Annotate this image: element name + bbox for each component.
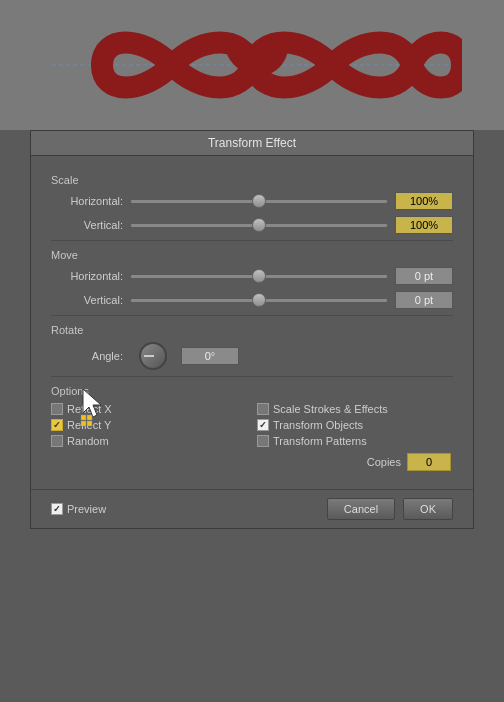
move-v-slider[interactable] <box>131 292 387 308</box>
transform-patterns-checkbox[interactable] <box>257 435 269 447</box>
copies-input[interactable] <box>407 453 451 471</box>
cancel-button[interactable]: Cancel <box>327 498 395 520</box>
preview-area <box>0 0 504 130</box>
reflect-y-row[interactable]: Reflect Y <box>51 419 247 431</box>
ok-button[interactable]: OK <box>403 498 453 520</box>
scale-strokes-checkbox[interactable] <box>257 403 269 415</box>
move-h-slider[interactable] <box>131 268 387 284</box>
copies-row: Copies <box>51 453 453 471</box>
random-label: Random <box>67 435 109 447</box>
transform-patterns-row[interactable]: Transform Patterns <box>257 435 453 447</box>
random-row[interactable]: Random <box>51 435 247 447</box>
button-group: Cancel OK <box>327 498 453 520</box>
divider-1 <box>51 240 453 241</box>
transform-objects-label: Transform Objects <box>273 419 363 431</box>
options-grid: Reflect X Scale Strokes & Effects Reflec… <box>51 403 453 447</box>
divider-3 <box>51 376 453 377</box>
scale-h-input[interactable] <box>395 192 453 210</box>
options-section-label: Options <box>51 385 453 397</box>
preview-label: Preview <box>67 503 106 515</box>
rotate-angle-label: Angle: <box>51 350 131 362</box>
preview-row[interactable]: Preview <box>51 503 106 515</box>
move-vertical-row: Vertical: <box>51 291 453 309</box>
transform-objects-checkbox[interactable] <box>257 419 269 431</box>
scale-h-label: Horizontal: <box>51 195 131 207</box>
reflect-y-checkbox[interactable] <box>51 419 63 431</box>
copies-label: Copies <box>367 456 401 468</box>
scale-strokes-row[interactable]: Scale Strokes & Effects <box>257 403 453 415</box>
reflect-x-label: Reflect X <box>67 403 112 415</box>
move-h-label: Horizontal: <box>51 270 131 282</box>
rotate-dial[interactable] <box>139 342 167 370</box>
rotate-angle-row: Angle: <box>51 342 453 370</box>
transform-effect-dialog: Transform Effect Scale Horizontal: Verti… <box>30 130 474 529</box>
reflect-x-checkbox[interactable] <box>51 403 63 415</box>
preview-checkbox[interactable] <box>51 503 63 515</box>
rotate-angle-input[interactable] <box>181 347 239 365</box>
scale-strokes-label: Scale Strokes & Effects <box>273 403 388 415</box>
move-v-label: Vertical: <box>51 294 131 306</box>
scale-v-label: Vertical: <box>51 219 131 231</box>
transform-objects-row[interactable]: Transform Objects <box>257 419 453 431</box>
move-horizontal-row: Horizontal: <box>51 267 453 285</box>
reflect-y-label: Reflect Y <box>67 419 111 431</box>
dialog-title: Transform Effect <box>31 131 473 156</box>
scale-v-input[interactable] <box>395 216 453 234</box>
divider-2 <box>51 315 453 316</box>
preview-graphic <box>42 15 462 115</box>
move-v-input[interactable] <box>395 291 453 309</box>
scale-vertical-row: Vertical: <box>51 216 453 234</box>
bottom-bar: Preview Cancel OK <box>31 489 473 528</box>
scale-horizontal-row: Horizontal: <box>51 192 453 210</box>
transform-patterns-label: Transform Patterns <box>273 435 367 447</box>
rotate-section-label: Rotate <box>51 324 453 336</box>
move-section-label: Move <box>51 249 453 261</box>
scale-h-slider[interactable] <box>131 193 387 209</box>
scale-section-label: Scale <box>51 174 453 186</box>
scale-v-slider[interactable] <box>131 217 387 233</box>
reflect-x-row[interactable]: Reflect X <box>51 403 247 415</box>
move-h-input[interactable] <box>395 267 453 285</box>
random-checkbox[interactable] <box>51 435 63 447</box>
